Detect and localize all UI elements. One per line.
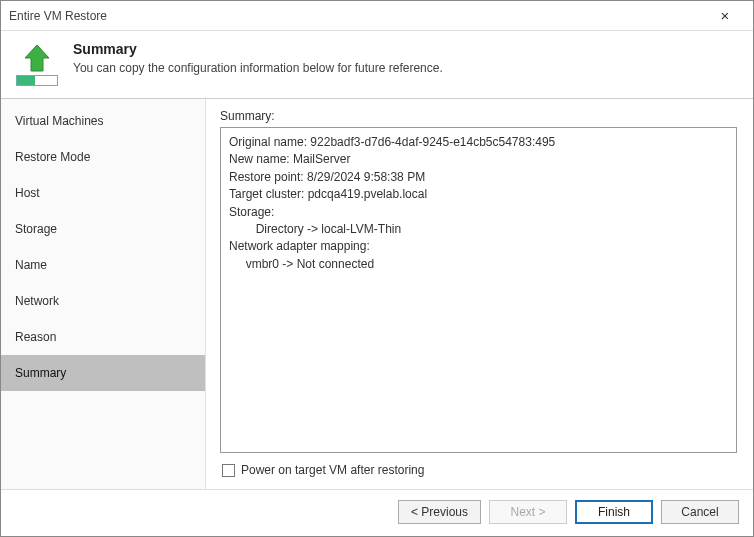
close-icon[interactable]: ×: [705, 7, 745, 24]
sidebar-item-label: Summary: [15, 366, 66, 380]
page-title: Summary: [73, 41, 443, 57]
sidebar-item-label: Network: [15, 294, 59, 308]
wizard-icon: [15, 41, 59, 86]
sidebar-item-label: Host: [15, 186, 40, 200]
sidebar-item-label: Reason: [15, 330, 56, 344]
sidebar-item-network[interactable]: Network: [1, 283, 205, 319]
sidebar-item-host[interactable]: Host: [1, 175, 205, 211]
wizard-body: Virtual Machines Restore Mode Host Stora…: [1, 98, 753, 489]
cancel-button[interactable]: Cancel: [661, 500, 739, 524]
summary-text-area[interactable]: Original name: 922badf3-d7d6-4daf-9245-e…: [220, 127, 737, 453]
wizard-main: Summary: Original name: 922badf3-d7d6-4d…: [206, 99, 753, 489]
summary-field-label: Summary:: [220, 109, 737, 123]
sidebar-item-label: Name: [15, 258, 47, 272]
finish-button[interactable]: Finish: [575, 500, 653, 524]
wizard-steps-sidebar: Virtual Machines Restore Mode Host Stora…: [1, 99, 206, 489]
restore-wizard-window: Entire VM Restore × Summary You can copy…: [0, 0, 754, 537]
sidebar-item-name[interactable]: Name: [1, 247, 205, 283]
checkbox-icon: [222, 464, 235, 477]
sidebar-item-storage[interactable]: Storage: [1, 211, 205, 247]
sidebar-item-summary[interactable]: Summary: [1, 355, 205, 391]
upload-arrow-icon: [20, 43, 54, 73]
previous-button[interactable]: < Previous: [398, 500, 481, 524]
sidebar-item-restore-mode[interactable]: Restore Mode: [1, 139, 205, 175]
sidebar-item-label: Restore Mode: [15, 150, 90, 164]
page-subtitle: You can copy the configuration informati…: [73, 61, 443, 75]
power-on-checkbox-label: Power on target VM after restoring: [241, 463, 424, 477]
sidebar-item-label: Storage: [15, 222, 57, 236]
wizard-footer: < Previous Next > Finish Cancel: [1, 489, 753, 536]
wizard-header: Summary You can copy the configuration i…: [1, 31, 753, 98]
wizard-header-text: Summary You can copy the configuration i…: [73, 41, 443, 75]
power-on-checkbox[interactable]: Power on target VM after restoring: [220, 453, 737, 481]
window-title: Entire VM Restore: [9, 9, 705, 23]
next-button: Next >: [489, 500, 567, 524]
progress-icon: [16, 75, 58, 86]
titlebar: Entire VM Restore ×: [1, 1, 753, 31]
sidebar-item-virtual-machines[interactable]: Virtual Machines: [1, 103, 205, 139]
sidebar-item-label: Virtual Machines: [15, 114, 104, 128]
sidebar-item-reason[interactable]: Reason: [1, 319, 205, 355]
